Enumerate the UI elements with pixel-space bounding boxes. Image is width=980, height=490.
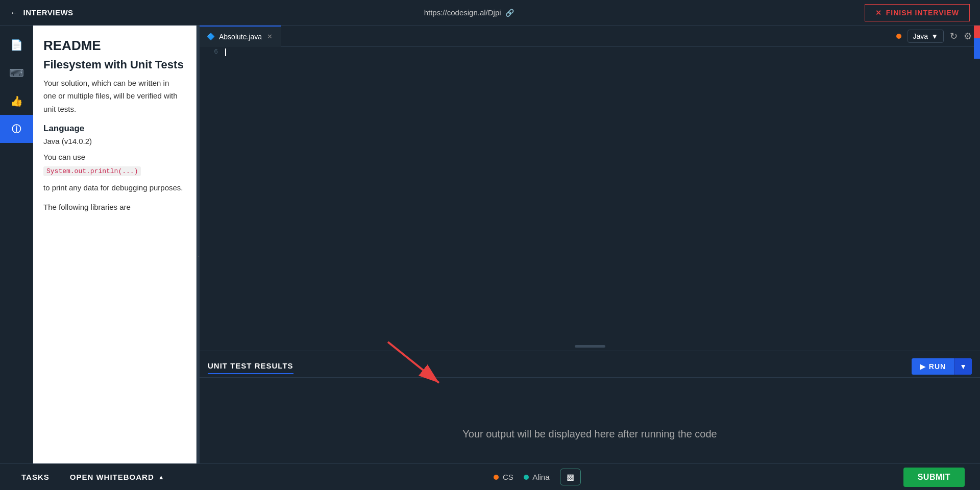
code-editor[interactable]: 6 <box>200 47 980 351</box>
link-icon: 🔗 <box>505 9 514 17</box>
readme-panel: README Filesystem with Unit Tests Your s… <box>33 26 197 490</box>
play-icon: ▶ <box>920 362 926 371</box>
file-sync-icon: 🔷 <box>207 33 215 40</box>
editor-tabs: 🔷 Absolute.java ✕ Java ▼ ↻ ⚙ <box>200 26 980 47</box>
output-placeholder-text: Your output will be displayed here after… <box>462 428 717 440</box>
readme-title: README <box>43 38 184 54</box>
red-indicator <box>974 26 980 38</box>
top-bar: ← INTERVIEWS https://codesign.al/Djpi 🔗 … <box>0 0 980 26</box>
run-label: RUN <box>929 362 946 371</box>
user2-indicator: Alina <box>524 473 550 481</box>
interviews-label: INTERVIEWS <box>23 8 74 17</box>
main-layout: 📄 ⌨ 👍 ⓘ README Filesystem with Unit Test… <box>0 26 980 490</box>
user1-dot <box>494 475 499 480</box>
icon-sidebar: 📄 ⌨ 👍 ⓘ <box>0 26 33 490</box>
user2-name: Alina <box>532 473 549 481</box>
url-text: https://codesign.al/Djpi <box>424 8 501 17</box>
editor-area: 🔷 Absolute.java ✕ Java ▼ ↻ ⚙ 6 <box>200 26 980 490</box>
sidebar-item-document[interactable]: 📄 <box>0 31 33 59</box>
usage-intro: You can use <box>43 153 184 161</box>
language-selected: Java <box>913 32 928 40</box>
close-icon: ✕ <box>875 9 882 17</box>
code-snippet: System.out.println(...) <box>43 166 141 176</box>
thumbs-up-icon: 👍 <box>10 95 23 107</box>
whiteboard-label: OPEN WHITEBOARD <box>70 473 154 481</box>
bottom-panel-header: UNIT TEST RESULTS ▶ RUN ▼ <box>200 355 980 378</box>
editor-toolbar: Java ▼ ↻ ⚙ <box>888 30 980 43</box>
drag-handle[interactable] <box>575 345 605 348</box>
sidebar-item-code[interactable]: ⌨ <box>0 59 33 87</box>
settings-icon[interactable]: ⚙ <box>964 31 972 42</box>
submit-button[interactable]: SUBMIT <box>903 468 965 487</box>
libraries-text: The following libraries are <box>43 203 184 211</box>
chevron-down-icon: ▼ <box>931 32 938 40</box>
reset-icon[interactable]: ↻ <box>950 31 958 42</box>
right-panel-indicators <box>974 26 980 490</box>
line-content-6 <box>225 47 980 57</box>
bottom-left-actions: TASKS OPEN WHITEBOARD ▲ <box>15 469 171 485</box>
url-bar: https://codesign.al/Djpi 🔗 <box>424 8 514 17</box>
language-value: Java (v14.0.2) <box>43 137 184 145</box>
file-tab-absolute-java[interactable]: 🔷 Absolute.java ✕ <box>200 26 281 47</box>
video-camera-button[interactable]: ▩ <box>560 469 581 485</box>
line-number-6: 6 <box>200 47 225 57</box>
language-selector[interactable]: Java ▼ <box>908 30 944 43</box>
tab-filename: Absolute.java <box>219 33 262 41</box>
unsaved-changes-indicator <box>896 34 901 39</box>
bottom-center: CS Alina ▩ <box>494 469 581 485</box>
chevron-up-icon: ▲ <box>158 474 165 481</box>
document-icon: 📄 <box>10 39 23 51</box>
submit-area: SUBMIT <box>903 468 965 487</box>
run-dropdown-button[interactable]: ▼ <box>954 358 972 375</box>
unit-test-results-label: UNIT TEST RESULTS <box>208 361 293 374</box>
bottom-status-bar: TASKS OPEN WHITEBOARD ▲ CS Alina ▩ SUBMI… <box>0 463 980 490</box>
user1-name: CS <box>503 473 513 481</box>
info-icon: ⓘ <box>12 123 21 135</box>
back-navigation[interactable]: ← INTERVIEWS <box>10 8 74 17</box>
readme-subtitle: Filesystem with Unit Tests <box>43 58 184 72</box>
open-whiteboard-button[interactable]: OPEN WHITEBOARD ▲ <box>64 469 171 485</box>
run-button[interactable]: ▶ RUN ▼ <box>912 358 972 375</box>
user2-dot <box>524 475 529 480</box>
readme-body: Your solution, which can be written in o… <box>43 77 184 116</box>
back-arrow-icon: ← <box>10 8 18 17</box>
sidebar-item-info[interactable]: ⓘ <box>0 115 33 143</box>
run-main-button[interactable]: ▶ RUN <box>912 358 954 375</box>
code-icon: ⌨ <box>9 67 24 79</box>
usage-suffix: to print any data for debugging purposes… <box>43 181 184 194</box>
user1-indicator: CS <box>494 473 513 481</box>
finish-label: FINISH INTERVIEW <box>886 9 959 17</box>
tab-close-icon[interactable]: ✕ <box>266 32 274 41</box>
tasks-button[interactable]: TASKS <box>15 469 56 485</box>
readme-content: README Filesystem with Unit Tests Your s… <box>33 26 196 224</box>
code-line-6: 6 <box>200 47 980 57</box>
sidebar-item-thumbs-up[interactable]: 👍 <box>0 87 33 115</box>
blue-indicator <box>974 38 980 59</box>
video-camera-icon: ▩ <box>567 473 574 481</box>
chevron-down-icon: ▼ <box>960 362 967 371</box>
finish-interview-button[interactable]: ✕ FINISH INTERVIEW <box>865 4 970 21</box>
language-label: Language <box>43 124 184 134</box>
